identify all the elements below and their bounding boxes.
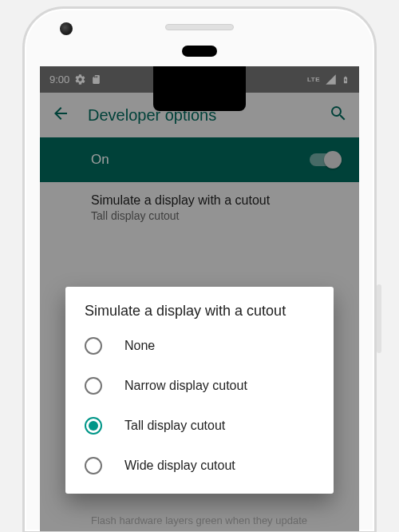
front-camera (60, 22, 73, 35)
proximity-sensor (182, 46, 217, 57)
option-label: Narrow display cutout (124, 379, 247, 393)
radio-icon (85, 377, 102, 395)
partially-hidden-setting-text: Flash hardware layers green when they up… (91, 514, 327, 528)
option-label: Wide display cutout (124, 459, 235, 473)
option-none[interactable]: None (65, 326, 334, 366)
earpiece-speaker (165, 24, 234, 30)
radio-icon (85, 457, 102, 474)
radio-icon (85, 337, 102, 355)
option-tall[interactable]: Tall display cutout (65, 406, 334, 446)
phone-side-button (377, 284, 381, 353)
option-label: Tall display cutout (124, 419, 225, 433)
device-screen: 9:00 LTE D (40, 66, 359, 531)
dialog-title: Simulate a display with a cutout (65, 303, 334, 326)
option-narrow[interactable]: Narrow display cutout (65, 366, 334, 406)
radio-icon (85, 417, 102, 435)
cutout-selection-dialog: Simulate a display with a cutout None Na… (65, 287, 334, 494)
option-wide[interactable]: Wide display cutout (65, 446, 334, 486)
phone-frame: 9:00 LTE D (22, 6, 377, 532)
option-label: None (124, 339, 155, 353)
